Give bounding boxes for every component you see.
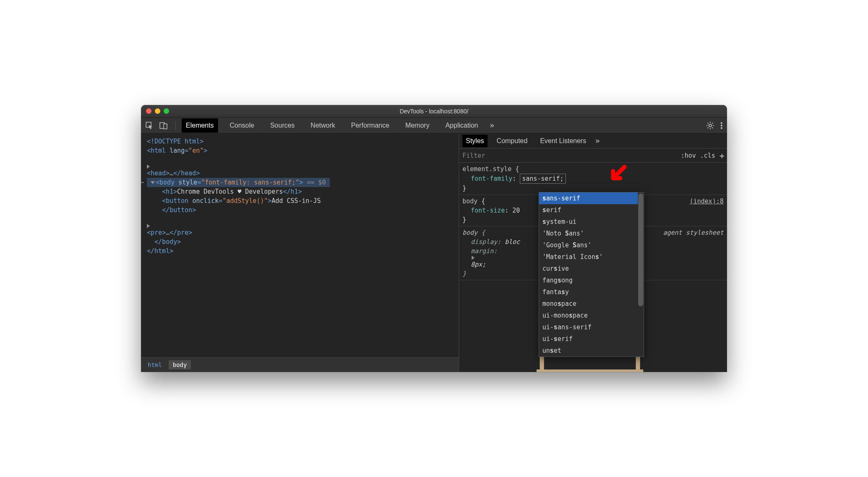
sidebar-tabs: Styles Computed Event Listeners » [459, 133, 727, 149]
overflow-icon[interactable]: » [596, 136, 600, 145]
tab-application[interactable]: Application [441, 118, 482, 133]
source-ua: agent stylesheet [663, 228, 724, 237]
source-link[interactable]: (index):8 [690, 197, 724, 206]
main-split: <!DOCTYPE html> <html lang="en"> <head>…… [141, 133, 727, 372]
selected-node[interactable]: ⋯ <body style="font-family: sans-serif;"… [147, 178, 330, 187]
close-icon[interactable] [146, 108, 152, 114]
autocomplete-item[interactable]: unset [539, 345, 644, 356]
autocomplete-item[interactable]: 'Google Sans' [539, 239, 644, 251]
autocomplete-item[interactable]: ui-sans-serif [539, 321, 644, 333]
tab-styles[interactable]: Styles [462, 135, 488, 147]
doctype-node[interactable]: <!DOCTYPE html> [147, 138, 203, 145]
scrollbar-thumb[interactable] [638, 193, 643, 306]
svg-point-6 [721, 127, 722, 129]
crumb-html[interactable]: html [144, 360, 166, 369]
plus-icon[interactable]: + [719, 151, 724, 161]
autocomplete-item[interactable]: serif [539, 204, 644, 216]
tab-console[interactable]: Console [226, 118, 259, 133]
autocomplete-item[interactable]: fangsong [539, 274, 644, 286]
device-toggle-icon[interactable] [159, 121, 168, 130]
tab-network[interactable]: Network [306, 118, 339, 133]
cls-toggle[interactable]: .cls [700, 152, 715, 159]
styles-panel: Styles Computed Event Listeners » :hov .… [459, 133, 727, 372]
svg-point-3 [709, 124, 711, 127]
dom-tree[interactable]: <!DOCTYPE html> <html lang="en"> <head>…… [141, 133, 459, 357]
gear-icon[interactable] [706, 121, 714, 130]
autocomplete-item[interactable]: 'Material Icons' [539, 251, 644, 263]
autocomplete-item[interactable]: 'Noto Sans' [539, 228, 644, 239]
autocomplete-item[interactable]: ui-monospace [539, 310, 644, 321]
scrollbar[interactable] [638, 192, 644, 356]
styles-rules: element.style { font-family: sans-serif;… [459, 163, 727, 372]
autocomplete-item[interactable]: monospace [539, 298, 644, 310]
annotation-arrow-icon [606, 164, 627, 185]
minimize-icon[interactable] [155, 108, 160, 114]
hov-toggle[interactable]: :hov [681, 152, 696, 159]
svg-rect-2 [164, 124, 167, 129]
autocomplete-item[interactable]: cursive [539, 263, 644, 274]
expand-icon[interactable] [147, 224, 415, 228]
autocomplete-item[interactable]: fantasy [539, 286, 644, 298]
tab-elements[interactable]: Elements [182, 118, 218, 133]
main-tabs: Elements Console Sources Network Perform… [182, 118, 706, 133]
main-toolbar: Elements Console Sources Network Perform… [141, 118, 727, 133]
style-rule-element[interactable]: element.style { font-family: sans-serif;… [459, 163, 727, 195]
breadcrumb: html body [141, 357, 459, 372]
collapse-icon[interactable] [151, 181, 155, 184]
autocomplete-item[interactable]: sans-serif [539, 192, 644, 204]
tab-computed[interactable]: Computed [493, 135, 531, 147]
devtools-window: DevTools - localhost:8080/ Elements Cons… [141, 105, 727, 372]
titlebar: DevTools - localhost:8080/ [141, 105, 727, 118]
tab-event-listeners[interactable]: Event Listeners [537, 135, 589, 147]
autocomplete-item[interactable]: ui-serif [539, 333, 644, 345]
tab-sources[interactable]: Sources [266, 118, 299, 133]
tab-performance[interactable]: Performance [347, 118, 394, 133]
kebab-icon[interactable] [720, 121, 723, 130]
value-edit-input[interactable]: sans-serif; [520, 174, 565, 184]
elements-panel: <!DOCTYPE html> <html lang="en"> <head>…… [141, 133, 459, 372]
autocomplete-dropdown[interactable]: sans-serifserifsystem-ui'Noto Sans''Goog… [539, 192, 644, 357]
inspect-icon[interactable] [145, 121, 154, 130]
svg-point-4 [721, 122, 722, 124]
overflow-icon[interactable]: » [490, 121, 494, 130]
expand-icon[interactable] [147, 164, 415, 169]
crumb-body[interactable]: body [169, 360, 191, 369]
svg-point-5 [721, 125, 722, 126]
window-title: DevTools - localhost:8080/ [141, 108, 727, 115]
tab-memory[interactable]: Memory [401, 118, 434, 133]
maximize-icon[interactable] [164, 108, 169, 114]
window-controls [141, 108, 169, 114]
filter-input[interactable] [462, 150, 681, 161]
autocomplete-item[interactable]: system-ui [539, 216, 644, 228]
filter-row: :hov .cls + [459, 149, 727, 163]
